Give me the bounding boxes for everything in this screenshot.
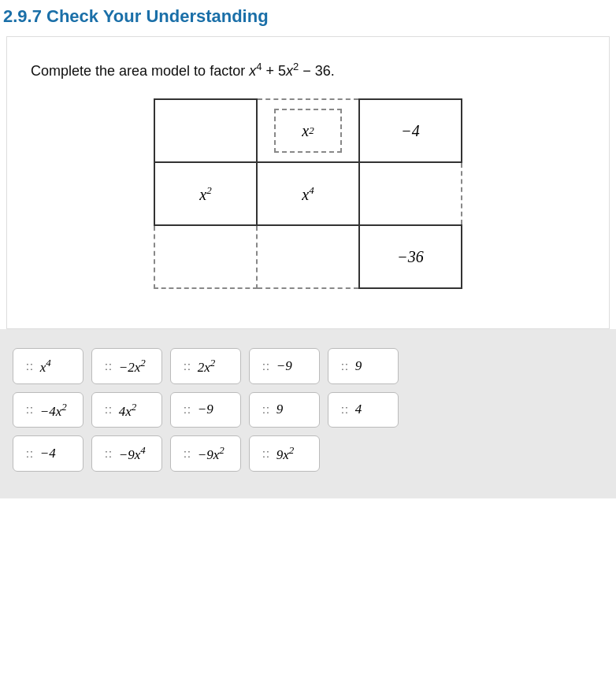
- tile-label: −2x2: [119, 357, 146, 376]
- header-col2-label: x: [302, 122, 309, 140]
- header-col3-label: −4: [401, 122, 420, 139]
- tile-x4[interactable]: :: x4: [13, 348, 83, 384]
- row1: x2 x4: [154, 162, 462, 225]
- tile-label: x4: [40, 357, 51, 376]
- tile-neg2x2[interactable]: :: −2x2: [91, 348, 162, 384]
- tile-4x2[interactable]: :: 4x2: [91, 392, 162, 428]
- row2-col2-cell[interactable]: [257, 225, 359, 288]
- tile-neg4x2[interactable]: :: −4x2: [13, 392, 83, 428]
- header-col2-sup: 2: [309, 124, 314, 137]
- row1-col1-cell: x2: [154, 162, 257, 225]
- tile-9-r2[interactable]: :: 9: [249, 392, 320, 428]
- tile-neg4[interactable]: :: −4: [13, 435, 83, 472]
- tile-label: 4: [355, 402, 362, 417]
- tile-dots: ::: [105, 360, 113, 372]
- tile-label: −9: [276, 358, 292, 374]
- tile-label: −9x2: [198, 444, 225, 463]
- row2-col1-cell[interactable]: [154, 225, 257, 288]
- tile-label: −9: [198, 402, 213, 417]
- tile-dots: ::: [105, 447, 113, 460]
- row1-col2-cell: x4: [257, 162, 359, 225]
- row1-col1-sup: 2: [206, 184, 212, 196]
- tile-dots: ::: [26, 447, 34, 460]
- tile-dots: ::: [26, 360, 34, 372]
- expression-text: x4 + 5x2 − 36.: [249, 63, 335, 79]
- tile-dots: ::: [341, 403, 349, 416]
- header-col2-cell: x2: [257, 99, 359, 162]
- tile-dots: ::: [262, 447, 270, 460]
- tile-neg9-r1[interactable]: :: −9: [249, 348, 320, 384]
- tile-dots: ::: [184, 360, 191, 372]
- tile-label: −9x4: [119, 444, 146, 463]
- tiles-row-1: :: x4 :: −2x2 :: 2x2 :: −9 :: 9: [13, 348, 603, 384]
- tile-label: 9: [355, 358, 362, 374]
- area-model-wrapper: x2 −4 x2 x4: [31, 98, 585, 289]
- corner-cell: [154, 99, 257, 162]
- tile-label: 9x2: [276, 444, 295, 463]
- row1-col3-cell[interactable]: [359, 162, 462, 225]
- tile-dots: ::: [341, 360, 349, 372]
- tile-neg9x4[interactable]: :: −9x4: [91, 435, 162, 472]
- tile-dots: ::: [26, 403, 34, 416]
- tile-9x2[interactable]: :: 9x2: [249, 435, 320, 472]
- tile-9-r1[interactable]: :: 9: [328, 348, 399, 384]
- instruction-text: Complete the area model to factor: [31, 63, 245, 79]
- page-title: 2.9.7 Check Your Understanding: [0, 0, 616, 36]
- problem-text: Complete the area model to factor x4 + 5…: [31, 61, 585, 80]
- header-col3-cell: −4: [359, 99, 462, 162]
- row2-col3-label: −36: [397, 248, 424, 265]
- tile-label: −4: [40, 446, 56, 461]
- tile-dots: ::: [262, 403, 270, 416]
- tile-dots: ::: [184, 447, 191, 460]
- tiles-row-3: :: −4 :: −9x4 :: −9x2 :: 9x2: [13, 435, 603, 472]
- tiles-section: :: x4 :: −2x2 :: 2x2 :: −9 :: 9 :: −4x2 …: [0, 329, 616, 498]
- row1-col2-sup: 4: [309, 184, 314, 196]
- area-model-table: x2 −4 x2 x4: [154, 98, 462, 289]
- tile-neg9x2[interactable]: :: −9x2: [170, 435, 241, 472]
- tile-dots: ::: [262, 360, 270, 372]
- tiles-row-2: :: −4x2 :: 4x2 :: −9 :: 9 :: 4: [13, 392, 603, 428]
- header-row: x2 −4: [154, 99, 462, 162]
- tile-label: 9: [276, 402, 284, 417]
- tile-neg9-r2[interactable]: :: −9: [170, 392, 241, 428]
- tile-label: 2x2: [198, 357, 216, 376]
- row1-col2-label: x: [302, 185, 309, 202]
- tile-4[interactable]: :: 4: [328, 392, 399, 428]
- row2: −36: [154, 225, 462, 288]
- header-col2-inner: x2: [274, 109, 342, 153]
- tile-dots: ::: [184, 403, 191, 416]
- tile-2x2[interactable]: :: 2x2: [170, 348, 241, 384]
- row2-col3-cell: −36: [359, 225, 462, 288]
- row1-col1-label: x: [199, 185, 206, 202]
- tile-label: 4x2: [119, 401, 137, 420]
- content-area: Complete the area model to factor x4 + 5…: [6, 36, 610, 329]
- tile-dots: ::: [105, 403, 113, 416]
- tile-label: −4x2: [40, 401, 67, 420]
